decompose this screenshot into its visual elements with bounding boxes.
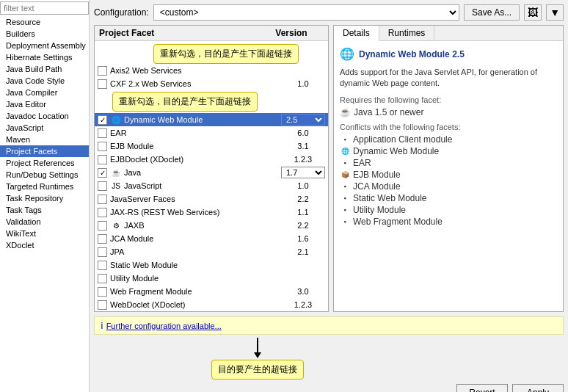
sidebar-item-resource[interactable]: Resource	[0, 16, 89, 28]
details-title: 🌐 Dynamic Web Module 2.5	[340, 47, 557, 61]
tab-bar: Details Runtimes	[334, 26, 563, 41]
facet-name: JavaServer Faces	[110, 195, 281, 203]
facet-row[interactable]: JPA2.1	[95, 245, 328, 258]
facet-row[interactable]: ☕Java1.7	[95, 166, 328, 179]
sidebar-item-task-repository[interactable]: Task Repository	[0, 192, 89, 204]
facet-checkbox[interactable]	[98, 181, 107, 191]
facet-name: EJB Module	[110, 142, 281, 150]
facet-checkbox[interactable]	[98, 274, 107, 283]
sidebar-item-project-references[interactable]: Project References	[0, 157, 89, 169]
facet-row[interactable]: JavaServer Faces2.2	[95, 192, 328, 206]
facet-name: JAX-RS (REST Web Services)	[110, 208, 281, 217]
sidebar-item-maven[interactable]: Maven	[0, 134, 89, 145]
facet-checkbox[interactable]	[98, 287, 107, 297]
facet-name: JavaScript	[124, 181, 281, 190]
config-link[interactable]: Further configuration available...	[106, 322, 222, 330]
facet-row[interactable]: 🌐Dynamic Web Module2.5	[95, 113, 328, 126]
conflict-icon: ▪	[340, 217, 350, 227]
facet-row[interactable]: EJBDoclet (XDoclet)1.2.3	[95, 153, 328, 166]
sidebar-item-javascript[interactable]: JavaScript	[0, 122, 89, 134]
details-panel: Details Runtimes 🌐 Dynamic Web Module 2.…	[333, 25, 564, 312]
conflict-text: Application Client module	[353, 134, 452, 145]
requires-label: Requires the following facet:	[340, 95, 557, 104]
tab-details[interactable]: Details	[334, 26, 379, 41]
conflict-item: ▪EAR	[340, 157, 557, 169]
sidebar-item-java-editor[interactable]: Java Editor	[0, 98, 89, 110]
facet-row[interactable]: EJB Module3.1	[95, 139, 328, 153]
facet-row[interactable]: Utility Module	[95, 272, 328, 285]
facet-row[interactable]: WebDoclet (XDoclet)1.2.3	[95, 298, 328, 311]
facet-checkbox[interactable]	[98, 208, 107, 217]
sidebar-item-targeted-runtimes[interactable]: Targeted Runtimes	[0, 181, 89, 192]
conflict-item: ▪Application Client module	[340, 134, 557, 145]
facet-checkbox[interactable]	[98, 261, 107, 270]
conflict-text: Dynamic Web Module	[353, 146, 439, 156]
revert-button[interactable]: Revert	[456, 384, 508, 392]
facet-checkbox[interactable]	[98, 115, 107, 125]
sidebar-item-deployment-assembly[interactable]: Deployment Assembly	[0, 40, 89, 51]
facet-checkbox[interactable]	[98, 128, 107, 138]
sidebar-item-validation[interactable]: Validation	[0, 216, 89, 228]
facet-checkbox[interactable]	[98, 300, 107, 310]
facet-checkbox[interactable]	[98, 234, 107, 244]
facet-checkbox[interactable]	[98, 155, 107, 164]
sidebar-item-wikitext[interactable]: WikiText	[0, 228, 89, 239]
annotation-group-1: 重新勾选，目的是产生下面超链接	[95, 90, 328, 113]
annotation-bubble-1: 重新勾选，目的是产生下面超链接	[112, 92, 258, 112]
save-as-button[interactable]: Save As...	[464, 4, 520, 21]
facet-checkbox[interactable]	[98, 142, 107, 151]
req-icon: ☕	[340, 107, 351, 117]
facet-row[interactable]: ⚙JAXB2.2	[95, 219, 328, 232]
facet-icon: ☕	[110, 167, 122, 178]
facet-checkbox[interactable]	[98, 195, 107, 204]
facet-checkbox[interactable]	[98, 221, 107, 231]
facet-row[interactable]: Axis2 Web Services	[95, 64, 328, 77]
facet-row[interactable]: JCA Module1.6	[95, 232, 328, 245]
facet-row[interactable]: CXF 2.x Web Services1.0	[95, 77, 328, 90]
version-select[interactable]: 2.5	[281, 114, 325, 126]
conflict-item: ▪Static Web Module	[340, 192, 557, 204]
apply-button[interactable]: Apply	[512, 384, 564, 392]
info-bar: i Further configuration available...	[94, 316, 564, 335]
conflict-icon: ▪	[340, 193, 350, 203]
facet-checkbox[interactable]	[98, 66, 107, 76]
conflict-icon: ▪	[340, 158, 350, 168]
version-text: 1.1	[281, 208, 325, 217]
sidebar-item-hibernate-settings[interactable]: Hibernate Settings	[0, 51, 89, 63]
facet-checkbox[interactable]	[98, 247, 107, 257]
sidebar-item-xdoclet[interactable]: XDoclet	[0, 239, 89, 251]
filter-input[interactable]	[0, 1, 89, 15]
facet-name: Dynamic Web Module	[124, 115, 281, 124]
facet-row[interactable]: JAX-RS (REST Web Services)1.1	[95, 206, 328, 219]
conflict-item: ▪JCA Module	[340, 181, 557, 192]
conflict-text: Web Fragment Module	[353, 217, 443, 227]
sidebar-item-javadoc-location[interactable]: Javadoc Location	[0, 110, 89, 122]
config-select[interactable]: <custom>	[153, 4, 459, 21]
version-select[interactable]: 1.7	[281, 167, 325, 178]
conflict-item: ▪Utility Module	[340, 204, 557, 216]
facet-row[interactable]: JSJavaScript1.0	[95, 179, 328, 192]
conflict-item: ▪Web Fragment Module	[340, 216, 557, 228]
web-module-icon: 🌐	[340, 47, 354, 61]
conflict-icon: 🌐	[340, 146, 350, 156]
menu-icon-button[interactable]: ▼	[546, 4, 564, 21]
facet-icon: JS	[110, 180, 122, 192]
sidebar-item-java-build-path[interactable]: Java Build Path	[0, 63, 89, 75]
facet-checkbox[interactable]	[98, 168, 107, 178]
facet-row[interactable]: Static Web Module	[95, 258, 328, 272]
sidebar-item-java-compiler[interactable]: Java Compiler	[0, 87, 89, 98]
facet-checkbox[interactable]	[98, 79, 107, 89]
sidebar-item-builders[interactable]: Builders	[0, 28, 89, 40]
conflict-icon: 📦	[340, 170, 350, 180]
version-text: 1.6	[281, 234, 325, 243]
sidebar-item-task-tags[interactable]: Task Tags	[0, 204, 89, 216]
conflict-icon: ▪	[340, 134, 350, 145]
facet-row[interactable]: EAR6.0	[95, 126, 328, 139]
facet-row[interactable]: Web Fragment Module3.0	[95, 285, 328, 298]
facet-name: Java	[124, 168, 281, 177]
tab-runtimes[interactable]: Runtimes	[379, 26, 435, 40]
sidebar-item-java-code-style[interactable]: Java Code Style	[0, 75, 89, 87]
sidebar-item-run/debug-settings[interactable]: Run/Debug Settings	[0, 169, 89, 181]
view-icon-button[interactable]: 🖼	[524, 4, 542, 21]
sidebar-item-project-facets[interactable]: Project Facets	[0, 145, 89, 157]
